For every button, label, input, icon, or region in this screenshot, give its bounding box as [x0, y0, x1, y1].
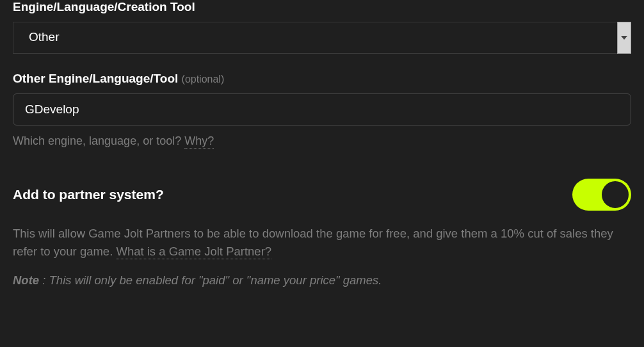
partner-description: This will allow Game Jolt Partners to be…	[13, 225, 631, 261]
partner-header: Add to partner system?	[13, 179, 631, 211]
other-engine-helper: Which engine, language, or tool? Why?	[13, 134, 631, 148]
note-sep: :	[39, 273, 49, 287]
partner-title: Add to partner system?	[13, 187, 164, 202]
other-engine-label-text: Other Engine/Language/Tool	[13, 72, 178, 85]
note-body: This will only be enabled for "paid" or …	[49, 273, 382, 287]
other-engine-input[interactable]	[13, 93, 631, 125]
toggle-knob	[600, 180, 630, 209]
partner-note: Note : This will only be enabled for "pa…	[13, 273, 631, 287]
engine-select-wrap: Other	[13, 22, 631, 54]
other-engine-label: Other Engine/Language/Tool (optional)	[13, 72, 631, 86]
what-is-partner-link[interactable]: What is a Game Jolt Partner?	[116, 245, 271, 259]
engine-select[interactable]: Other	[13, 22, 631, 54]
why-link[interactable]: Why?	[184, 134, 214, 149]
engine-field: Engine/Language/Creation Tool Other	[13, 0, 631, 54]
note-label: Note	[13, 273, 39, 287]
other-engine-field: Other Engine/Language/Tool (optional) Wh…	[13, 72, 631, 148]
partner-toggle[interactable]	[572, 179, 631, 211]
helper-text: Which engine, language, or tool?	[13, 134, 181, 147]
optional-hint: (optional)	[182, 74, 225, 85]
partner-desc-text: This will allow Game Jolt Partners to be…	[13, 227, 613, 258]
engine-label: Engine/Language/Creation Tool	[13, 0, 631, 14]
